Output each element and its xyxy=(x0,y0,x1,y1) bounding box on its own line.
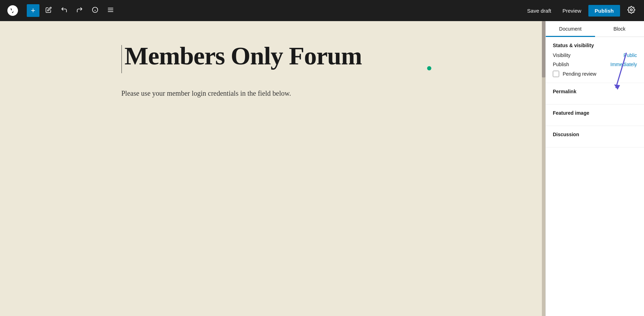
pencil-icon xyxy=(45,7,52,15)
save-draft-button[interactable]: Save draft xyxy=(523,6,555,16)
info-button[interactable] xyxy=(89,4,101,17)
cursor-indicator xyxy=(121,45,122,73)
wordpress-logo xyxy=(4,0,21,21)
visibility-label: Visibility xyxy=(553,52,570,58)
visibility-row: Visibility Public xyxy=(553,52,637,58)
publish-row: Publish Immediately xyxy=(553,62,637,67)
undo-button[interactable] xyxy=(58,4,70,17)
scrollbar-track[interactable] xyxy=(542,21,545,316)
redo-button[interactable] xyxy=(73,4,86,17)
featured-image-section[interactable]: Featured image xyxy=(546,105,644,126)
post-title-area: Members Only Forum xyxy=(121,42,424,73)
status-section-title: Status & visibility xyxy=(553,43,637,48)
edit-button[interactable] xyxy=(42,4,55,17)
preview-button[interactable]: Preview xyxy=(558,6,585,16)
plus-icon: + xyxy=(31,6,36,15)
list-icon xyxy=(107,6,114,15)
sidebar-tabs: Document Block xyxy=(546,21,644,37)
list-view-button[interactable] xyxy=(104,4,117,17)
discussion-section[interactable]: Discussion xyxy=(546,126,644,147)
settings-button[interactable] xyxy=(623,2,640,19)
undo-icon xyxy=(61,6,68,15)
gear-icon xyxy=(627,6,635,15)
online-indicator xyxy=(427,66,431,70)
editor-content: Members Only Forum Please use your membe… xyxy=(121,42,424,99)
permalink-section[interactable]: Permalink xyxy=(546,83,644,105)
post-title[interactable]: Members Only Forum xyxy=(125,42,362,70)
visibility-value[interactable]: Public xyxy=(624,52,637,58)
add-block-button[interactable]: + xyxy=(27,4,39,17)
publish-label: Publish xyxy=(553,62,569,67)
publish-value[interactable]: Immediately xyxy=(611,62,637,67)
permalink-section-title: Permalink xyxy=(553,89,637,94)
pending-review-checkbox[interactable] xyxy=(553,71,559,77)
discussion-section-title: Discussion xyxy=(553,132,637,137)
main-layout: Members Only Forum Please use your membe… xyxy=(0,21,644,316)
toolbar: + xyxy=(0,0,644,21)
tab-document[interactable]: Document xyxy=(546,21,595,37)
status-visibility-section: Status & visibility Visibility Public Pu… xyxy=(546,37,644,83)
svg-point-7 xyxy=(630,9,632,11)
pending-review-label: Pending review xyxy=(563,71,596,77)
post-body[interactable]: Please use your member login credentials… xyxy=(121,87,424,99)
featured-image-section-title: Featured image xyxy=(553,110,637,116)
scrollbar-thumb[interactable] xyxy=(542,21,545,77)
sidebar: Document Block Status & visibility Visib… xyxy=(545,21,644,316)
tab-block[interactable]: Block xyxy=(595,21,644,37)
info-icon xyxy=(92,6,99,15)
editor-area[interactable]: Members Only Forum Please use your membe… xyxy=(0,21,545,316)
pending-review-row: Pending review xyxy=(553,71,637,77)
toolbar-right: Save draft Preview Publish xyxy=(523,2,640,19)
publish-button[interactable]: Publish xyxy=(588,5,620,17)
redo-icon xyxy=(76,6,83,15)
